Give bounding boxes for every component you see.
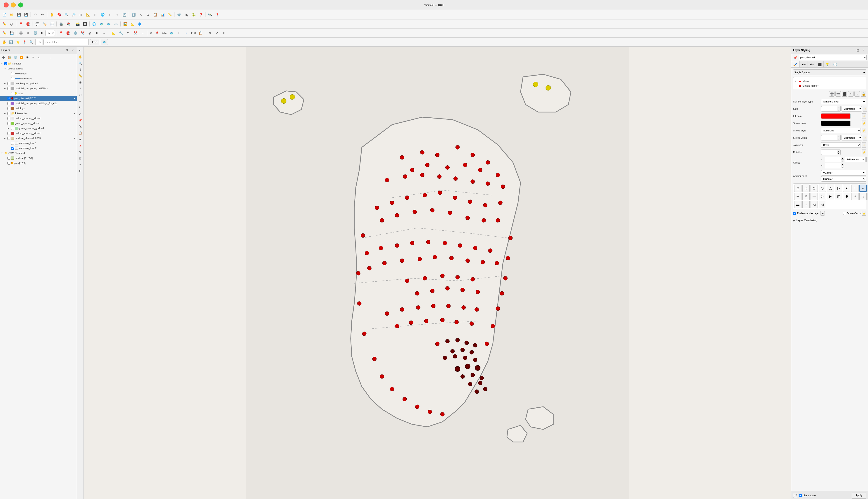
styling-dock-button[interactable]: ◫	[855, 48, 860, 53]
toggle-editing-button[interactable]: ✏️	[1, 29, 8, 36]
layer-osm-standard[interactable]: ▼ 📁 OSM Standard	[0, 151, 77, 156]
shape-rect[interactable]: ▬	[794, 201, 801, 208]
browser-button[interactable]: 🌐	[91, 21, 97, 27]
shape-diamond2[interactable]: ⬧	[803, 201, 810, 208]
tab-labels2[interactable]: abc	[808, 61, 816, 68]
delete-tool[interactable]: 🗑	[77, 155, 83, 161]
layers-expand-button[interactable]: ⊟	[64, 48, 70, 53]
layer-green-sub[interactable]: ▶ green_spaces_gridded	[0, 126, 77, 131]
layer-green-sub-checkbox[interactable]	[11, 127, 14, 130]
layer-intersection[interactable]: ▶ 📁 Intersection ▼	[0, 111, 77, 116]
move-up-button[interactable]: ↑	[42, 55, 48, 60]
layer-line-lengths[interactable]: ▶ line_lengths_gridded	[0, 81, 77, 86]
layer-pofw-checkbox[interactable]	[11, 92, 14, 95]
db-manager-button[interactable]: 🗃️	[74, 21, 81, 27]
wcs-button[interactable]: ☁️	[112, 21, 119, 27]
layer-module8-temp[interactable]: ▶ module8_temporary grid25km	[0, 86, 77, 91]
terrain-tool[interactable]: ⛰	[77, 136, 83, 142]
lock-symbol-button[interactable]: 🔒	[861, 91, 866, 97]
rotate-feature-button[interactable]: ↻	[206, 29, 213, 36]
trim-extend-button[interactable]: ✂	[221, 29, 228, 36]
stroke-width-down-button[interactable]: ▼	[837, 138, 841, 141]
advanced-digitize-button[interactable]: 📐	[110, 29, 117, 36]
refresh-styling-button[interactable]: ↺	[793, 493, 798, 498]
reshape-button[interactable]: 🔧	[118, 29, 124, 36]
offset-y-input[interactable]: 0,000000	[825, 163, 841, 168]
size-expr-button[interactable]: ⚡	[863, 106, 867, 111]
wfs-button[interactable]: 🗺️	[105, 21, 112, 27]
attribute-tool[interactable]: 📋	[77, 130, 83, 136]
search-input[interactable]	[44, 39, 89, 45]
layer-module8[interactable]: ▼ 📁 module8	[0, 61, 77, 66]
shape-cross2[interactable]: ✛	[794, 193, 801, 200]
layer-tasmania1[interactable]: ▶ tasmania_level1	[0, 141, 77, 146]
renderer-select[interactable]: Single Symbol	[793, 70, 866, 75]
anchor-vcenter-select[interactable]: VCenter	[821, 170, 866, 175]
collapse-all-button[interactable]: ▲	[36, 55, 41, 60]
maximize-button[interactable]	[18, 2, 23, 8]
remove-layer-button[interactable]: 🗑️	[13, 55, 18, 60]
remove-symbol-layer-button[interactable]: ➖	[835, 91, 841, 97]
snap-button[interactable]: 🧲	[25, 21, 32, 27]
self-snap-button[interactable]: ◎	[86, 29, 93, 36]
shape-wedge[interactable]: ◁	[819, 201, 826, 208]
anchor-hcenter-select[interactable]: HCenter	[821, 176, 866, 182]
location-button[interactable]: 📍	[22, 39, 27, 45]
wms-button[interactable]: 🗺️	[98, 21, 105, 27]
zoom-to-selection-button[interactable]: ⊡	[92, 11, 99, 18]
offset-y-down-button[interactable]: ▼	[841, 166, 844, 168]
open-project-button[interactable]: 📂	[8, 11, 15, 18]
save-project-button[interactable]: 💾	[15, 11, 22, 18]
scale-tool[interactable]: ⤢	[77, 111, 83, 117]
layer-waterways-checkbox[interactable]	[11, 77, 14, 80]
search-icon-btn[interactable]: 🔍	[28, 39, 34, 45]
zoom-to-layer-button[interactable]: 📐	[85, 11, 92, 18]
measure-button[interactable]: 📏	[166, 11, 173, 18]
stroke-width-up-button[interactable]: ▲	[837, 135, 841, 138]
layer-line-lengths-checkbox[interactable]	[8, 82, 10, 85]
live-update-checkbox[interactable]	[799, 494, 802, 497]
add-feature-button[interactable]: ➕	[17, 29, 24, 36]
form-view-button[interactable]: 📋	[197, 29, 204, 36]
coordinate-button[interactable]: 📌	[154, 29, 160, 36]
offset-x-up-button[interactable]: ▲	[841, 157, 844, 159]
unique-values-group[interactable]: ▼ Unique values	[0, 66, 77, 71]
label-placement-button[interactable]: T	[176, 29, 182, 36]
node-tool-button[interactable]: ◎	[8, 21, 15, 27]
stroke-color-expr-button[interactable]: ⚡	[862, 121, 866, 126]
shape-triangle-right[interactable]: ▷	[835, 185, 842, 192]
layer-landuse-cleaned[interactable]: ▶ landuse_cleaned [8863] ▼	[0, 136, 77, 141]
label-button[interactable]: 🏷️	[41, 21, 48, 27]
field-calculator-button[interactable]: 123	[190, 29, 197, 36]
pin-tool[interactable]: 📌	[77, 117, 83, 123]
deselect-button[interactable]: ⊘	[145, 11, 152, 18]
layer-pois-checkbox[interactable]	[8, 162, 10, 165]
union-button[interactable]: ∪	[94, 29, 100, 36]
layer-green[interactable]: ▶ green_spaces_gridded	[0, 121, 77, 126]
rotation-input[interactable]: 0,00 °	[821, 149, 837, 155]
add-symbol-layer-button[interactable]: ➕	[829, 91, 834, 97]
offset-y-up-button[interactable]: ▲	[841, 163, 844, 166]
layer-buildings[interactable]: ▶ buildings	[0, 106, 77, 111]
split-features-button[interactable]: ✂️	[132, 29, 139, 36]
offset-x-down-button[interactable]: ▼	[841, 159, 844, 162]
stroke-color-swatch[interactable]	[821, 121, 851, 126]
add-polygon-tool[interactable]: ⬡	[77, 92, 83, 98]
shape-diagonal[interactable]: ⬢	[843, 193, 851, 200]
measure-tool[interactable]: 📏	[77, 73, 83, 79]
offset-expr-button[interactable]: ⚡	[866, 157, 868, 162]
stroke-width-expr-button[interactable]: ⚡	[863, 135, 867, 141]
map-canvas[interactable]	[84, 47, 791, 499]
add-point-tool[interactable]: ◉	[77, 79, 83, 85]
draw-effects-settings-button[interactable]: ⭐	[862, 211, 866, 216]
help-button[interactable]: ❓	[197, 11, 204, 18]
symbol-layer-type-select[interactable]: Simple Marker	[821, 99, 866, 104]
layer-tasmania1-checkbox[interactable]	[11, 142, 14, 145]
scale-feature-button[interactable]: ⤢	[214, 29, 220, 36]
annotation-button[interactable]: 💬	[34, 21, 41, 27]
layer-module8-temp-checkbox[interactable]	[8, 87, 10, 90]
size-unit-select[interactable]: Millimeters	[842, 106, 862, 111]
expand-all-button[interactable]: ▼	[30, 55, 36, 60]
tracing-button[interactable]: ✂️	[79, 29, 86, 36]
layer-intersection-checkbox[interactable]	[8, 112, 10, 115]
